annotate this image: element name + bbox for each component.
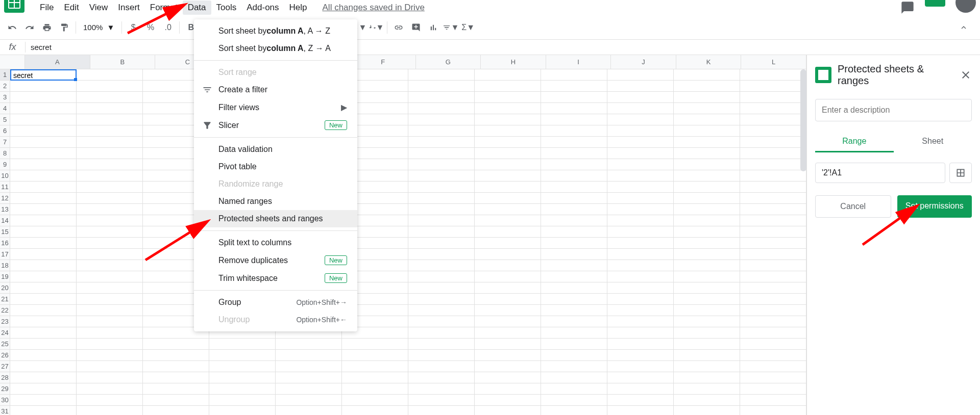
cell[interactable] xyxy=(475,69,541,81)
row-header[interactable]: 21 xyxy=(0,294,10,305)
cell[interactable] xyxy=(77,372,143,383)
cell[interactable] xyxy=(408,282,475,294)
col-header-i[interactable]: I xyxy=(546,55,611,69)
cell[interactable] xyxy=(740,316,806,327)
cell[interactable] xyxy=(475,159,541,170)
cell[interactable] xyxy=(475,103,541,114)
cell[interactable] xyxy=(740,193,806,204)
cell[interactable] xyxy=(607,294,674,305)
col-header-l[interactable]: L xyxy=(741,55,806,69)
zoom-select[interactable]: 100%▼ xyxy=(79,21,118,34)
cell[interactable] xyxy=(475,170,541,181)
description-input[interactable] xyxy=(815,99,972,121)
cell[interactable] xyxy=(408,204,475,215)
cell[interactable] xyxy=(276,361,342,372)
spreadsheet-grid[interactable]: A B C D E F G H I J K L 1234567891011121… xyxy=(0,55,806,415)
cell[interactable]: secret xyxy=(10,69,77,81)
cell[interactable] xyxy=(342,350,408,361)
row-header[interactable]: 13 xyxy=(0,204,10,215)
cell[interactable] xyxy=(408,69,475,81)
cell[interactable] xyxy=(276,383,342,395)
cell[interactable] xyxy=(674,260,740,271)
cell[interactable] xyxy=(342,395,408,406)
cell[interactable] xyxy=(541,81,607,92)
cell[interactable] xyxy=(10,137,77,148)
cell[interactable] xyxy=(10,383,77,395)
cell[interactable] xyxy=(607,282,674,294)
cell[interactable] xyxy=(10,204,77,215)
menu-view[interactable]: View xyxy=(84,1,113,15)
cell[interactable] xyxy=(541,125,607,137)
cell[interactable] xyxy=(475,395,541,406)
cell[interactable] xyxy=(674,137,740,148)
row-header[interactable]: 12 xyxy=(0,193,10,204)
cell[interactable] xyxy=(607,114,674,125)
cell[interactable] xyxy=(77,69,143,81)
cell[interactable] xyxy=(209,406,276,415)
cell[interactable] xyxy=(10,92,77,103)
cell[interactable] xyxy=(475,148,541,159)
cell[interactable] xyxy=(607,316,674,327)
cell[interactable] xyxy=(408,249,475,260)
cell[interactable] xyxy=(408,316,475,327)
cell[interactable] xyxy=(408,215,475,226)
row-header[interactable]: 18 xyxy=(0,260,10,271)
cell[interactable] xyxy=(408,103,475,114)
col-header-a[interactable]: A xyxy=(25,55,90,69)
cell[interactable] xyxy=(674,361,740,372)
cell[interactable] xyxy=(607,327,674,339)
cell[interactable] xyxy=(10,282,77,294)
cell[interactable] xyxy=(77,305,143,316)
close-icon[interactable] xyxy=(960,69,972,81)
cell[interactable] xyxy=(674,339,740,350)
cell[interactable] xyxy=(740,294,806,305)
cell[interactable] xyxy=(607,271,674,282)
cell[interactable] xyxy=(541,372,607,383)
redo-button[interactable] xyxy=(21,19,38,36)
cell[interactable] xyxy=(674,204,740,215)
cell[interactable] xyxy=(740,260,806,271)
cell[interactable] xyxy=(541,406,607,415)
cell[interactable] xyxy=(674,249,740,260)
row-header[interactable]: 11 xyxy=(0,181,10,193)
cell[interactable] xyxy=(541,271,607,282)
cell[interactable] xyxy=(10,181,77,193)
cell[interactable] xyxy=(77,327,143,339)
cell[interactable] xyxy=(674,226,740,238)
cell[interactable] xyxy=(607,395,674,406)
cell[interactable] xyxy=(740,103,806,114)
cell[interactable] xyxy=(475,361,541,372)
cell[interactable] xyxy=(740,204,806,215)
cell[interactable] xyxy=(342,383,408,395)
insert-chart-button[interactable] xyxy=(425,19,442,36)
filter-views[interactable]: Filter views▶ xyxy=(194,98,357,116)
cell[interactable] xyxy=(541,361,607,372)
row-header[interactable]: 9 xyxy=(0,159,10,170)
trim-whitespace[interactable]: Trim whitespaceNew xyxy=(194,269,357,287)
cell[interactable] xyxy=(342,372,408,383)
cell[interactable] xyxy=(607,350,674,361)
cell[interactable] xyxy=(77,339,143,350)
cell[interactable] xyxy=(77,114,143,125)
cell[interactable] xyxy=(209,361,276,372)
col-header-b[interactable]: B xyxy=(90,55,156,69)
menu-format[interactable]: Format xyxy=(145,1,183,15)
cell[interactable] xyxy=(740,249,806,260)
cell[interactable] xyxy=(408,339,475,350)
row-header[interactable]: 8 xyxy=(0,148,10,159)
cell[interactable] xyxy=(408,125,475,137)
cell[interactable] xyxy=(77,406,143,415)
cell[interactable] xyxy=(408,170,475,181)
cell[interactable] xyxy=(475,193,541,204)
cell[interactable] xyxy=(740,170,806,181)
cell[interactable] xyxy=(475,271,541,282)
cell[interactable] xyxy=(10,148,77,159)
functions-button[interactable]: Σ▼ xyxy=(460,19,476,36)
cell[interactable] xyxy=(607,159,674,170)
cell[interactable] xyxy=(607,215,674,226)
cell[interactable] xyxy=(541,249,607,260)
cell[interactable] xyxy=(408,238,475,249)
cell[interactable] xyxy=(674,395,740,406)
cell[interactable] xyxy=(10,294,77,305)
cell[interactable] xyxy=(10,159,77,170)
